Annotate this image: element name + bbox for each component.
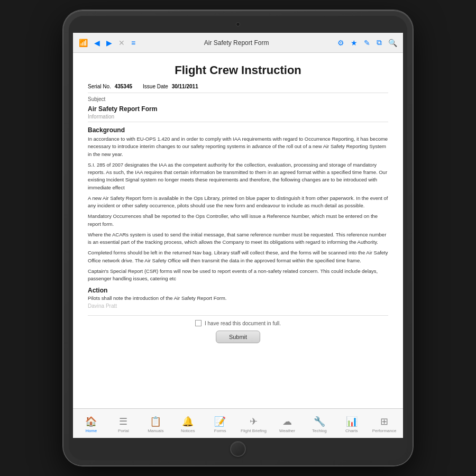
search-icon[interactable]: 🔍 bbox=[387, 38, 399, 48]
paragraph-1: In accordance to with EU-OPS 1.420 and i… bbox=[88, 135, 388, 158]
notices-nav-label: Notices bbox=[181, 428, 195, 433]
document-meta: Serial No. 435345 Issue Date 30/11/2011 bbox=[88, 84, 388, 93]
portal-nav-icon: ☰ bbox=[119, 416, 127, 427]
toolbar-right: ⚙ ★ ✎ ⧉ 🔍 bbox=[336, 37, 399, 48]
front-camera bbox=[236, 22, 240, 26]
issue-value: 30/11/2011 bbox=[172, 84, 198, 89]
paragraph-2: S.I. 285 of 2007 designates the IAA as t… bbox=[88, 161, 388, 191]
techlog-nav-label: Techlog bbox=[312, 428, 327, 433]
read-confirmation-row: I have read this document in full. bbox=[88, 320, 388, 326]
weather-nav-label: Weather bbox=[279, 428, 295, 433]
performance-nav-icon: ⊞ bbox=[380, 416, 388, 427]
analytics-icon[interactable]: 📶 bbox=[77, 38, 89, 48]
document-content: Flight Crew Instruction Serial No. 43534… bbox=[73, 53, 403, 408]
browser-toolbar: 📶 ◀ ▶ ✕ ≡ Air Safety Report Form ⚙ ★ ✎ ⧉… bbox=[73, 33, 403, 53]
nav-item-home[interactable]: 🏠Home bbox=[79, 416, 103, 433]
issue-label: Issue Date bbox=[143, 84, 168, 89]
submit-button[interactable]: Submit bbox=[216, 331, 260, 343]
divider bbox=[88, 122, 388, 122]
forms-nav-label: Forms bbox=[214, 428, 226, 433]
paragraph-4: Mandatory Occurrences shall be reported … bbox=[88, 213, 388, 228]
action-heading: Action bbox=[88, 287, 388, 294]
manuals-nav-icon: 📋 bbox=[150, 416, 161, 427]
bottom-navigation: 🏠Home☰Portal📋Manuals🔔Notices📝Forms✈Fligh… bbox=[73, 408, 403, 438]
nav-item-weather[interactable]: ☁Weather bbox=[276, 416, 299, 433]
notices-nav-icon: 🔔 bbox=[182, 416, 194, 427]
nav-item-notices[interactable]: 🔔Notices bbox=[176, 416, 199, 433]
read-checkbox-label: I have read this document in full. bbox=[205, 321, 281, 326]
document-title: Flight Crew Instruction bbox=[88, 63, 388, 77]
star-icon[interactable]: ★ bbox=[349, 38, 359, 48]
author-name: Davina Pratt bbox=[88, 303, 388, 309]
divider-2 bbox=[88, 315, 388, 316]
manuals-nav-label: Manuals bbox=[148, 428, 163, 433]
paragraph-5: Where the ACARs system is used to send t… bbox=[88, 231, 388, 246]
nav-item-charts[interactable]: 📊Charts bbox=[340, 416, 363, 433]
nav-item-forms[interactable]: 📝Forms bbox=[208, 416, 232, 433]
home-button[interactable] bbox=[230, 441, 246, 457]
portal-nav-label: Portal bbox=[118, 428, 129, 433]
gear-icon[interactable]: ⚙ bbox=[336, 38, 346, 48]
nav-item-manuals[interactable]: 📋Manuals bbox=[144, 416, 167, 433]
submit-button-wrap: Submit bbox=[88, 331, 388, 343]
nav-item-portal[interactable]: ☰Portal bbox=[112, 416, 135, 433]
nav-item-techlog[interactable]: 🔧Techlog bbox=[308, 416, 331, 433]
charts-nav-label: Charts bbox=[345, 428, 358, 433]
serial-label: Serial No. bbox=[88, 84, 111, 89]
background-heading: Background bbox=[88, 126, 388, 134]
tablet-top-bar bbox=[69, 16, 407, 33]
close-button[interactable]: ✕ bbox=[117, 38, 126, 48]
issue-field: Issue Date 30/11/2011 bbox=[143, 84, 198, 89]
tablet-inner: 📶 ◀ ▶ ✕ ≡ Air Safety Report Form ⚙ ★ ✎ ⧉… bbox=[69, 16, 407, 460]
paragraph-3: A new Air Safety Report form is availabl… bbox=[88, 195, 388, 210]
action-text: Pilots shall note the introduction of th… bbox=[88, 295, 388, 301]
subject-label: Subject bbox=[88, 96, 388, 102]
serial-value: 435345 bbox=[115, 84, 132, 89]
copy-icon[interactable]: ⧉ bbox=[375, 37, 383, 48]
section-title: Air Safety Report Form bbox=[88, 105, 388, 113]
paragraph-7: Captain's Special Report (CSR) forms wil… bbox=[88, 268, 388, 283]
performance-nav-label: Performance bbox=[372, 428, 397, 433]
menu-button[interactable]: ≡ bbox=[130, 38, 137, 48]
flight-briefing-nav-icon: ✈ bbox=[250, 416, 258, 427]
serial-field: Serial No. 435345 bbox=[88, 84, 132, 89]
techlog-nav-icon: 🔧 bbox=[314, 416, 325, 427]
weather-nav-icon: ☁ bbox=[282, 416, 292, 427]
charts-nav-icon: 📊 bbox=[346, 416, 358, 427]
read-checkbox[interactable] bbox=[195, 320, 202, 326]
flight-briefing-nav-label: Flight Briefing bbox=[241, 428, 267, 433]
home-nav-icon: 🏠 bbox=[85, 416, 97, 427]
address-bar[interactable]: Air Safety Report Form bbox=[140, 39, 333, 47]
info-label: Information bbox=[88, 114, 388, 120]
home-nav-label: Home bbox=[86, 428, 97, 433]
back-button[interactable]: ◀ bbox=[93, 38, 102, 48]
edit-icon[interactable]: ✎ bbox=[362, 38, 372, 48]
tablet-bottom-bar bbox=[69, 438, 407, 460]
forward-button[interactable]: ▶ bbox=[105, 38, 114, 48]
tablet-device: 📶 ◀ ▶ ✕ ≡ Air Safety Report Form ⚙ ★ ✎ ⧉… bbox=[63, 11, 413, 465]
paragraph-6: Completed forms should be left in the re… bbox=[88, 249, 388, 264]
forms-nav-icon: 📝 bbox=[214, 416, 226, 427]
screen: 📶 ◀ ▶ ✕ ≡ Air Safety Report Form ⚙ ★ ✎ ⧉… bbox=[73, 33, 403, 438]
nav-item-flight-briefing[interactable]: ✈Flight Briefing bbox=[241, 416, 267, 433]
nav-item-performance[interactable]: ⊞Performance bbox=[372, 416, 397, 433]
